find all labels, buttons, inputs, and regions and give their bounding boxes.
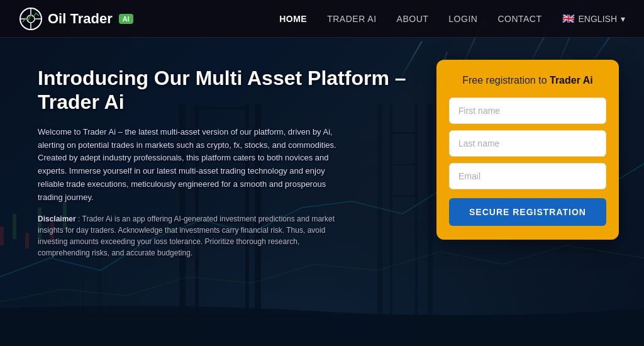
first-name-input[interactable]: [449, 98, 606, 124]
language-label: ENGLISH: [579, 14, 617, 24]
main-content: Introducing Our Multi Asset Platform – T…: [0, 38, 644, 346]
nav-home[interactable]: HOME: [279, 13, 307, 25]
nav-links: HOME TRADER AI ABOUT LOGIN CONTACT 🇬🇧 EN…: [279, 13, 625, 25]
nav-trader-ai[interactable]: TRADER AI: [327, 13, 376, 25]
last-name-input[interactable]: [449, 130, 606, 157]
registration-card: Free registration to Trader Ai SECURE RE…: [436, 60, 619, 240]
logo: Oil Trader AI: [19, 7, 133, 31]
nav-language[interactable]: 🇬🇧 ENGLISH ▾: [562, 13, 625, 25]
nav-about[interactable]: ABOUT: [397, 13, 429, 25]
main-description: Welcome to Trader Ai – the latest multi-…: [38, 126, 352, 204]
main-heading: Introducing Our Multi Asset Platform – T…: [38, 66, 411, 114]
nav-login[interactable]: LOGIN: [448, 13, 477, 25]
secure-registration-button[interactable]: SECURE REGISTRATION: [449, 198, 606, 226]
disclaimer-text: : Trader Ai is an app offering AI-genera…: [38, 215, 335, 257]
nav-contact[interactable]: CONTACT: [497, 13, 541, 25]
flag-icon: 🇬🇧: [562, 13, 575, 25]
logo-badge: AI: [119, 14, 133, 24]
logo-icon: [19, 7, 43, 31]
registration-title: Free registration to Trader Ai: [449, 75, 606, 86]
chevron-down-icon: ▾: [621, 14, 625, 24]
email-input[interactable]: [449, 163, 606, 189]
left-content: Introducing Our Multi Asset Platform – T…: [38, 60, 411, 259]
logo-text: Oil Trader: [48, 11, 113, 27]
disclaimer-label: Disclaimer: [38, 215, 76, 223]
disclaimer: Disclaimer : Trader Ai is an app offerin…: [38, 213, 346, 259]
reg-title-brand: Trader Ai: [550, 75, 593, 86]
registration-form: SECURE REGISTRATION: [449, 98, 606, 226]
reg-title-prefix: Free registration to: [462, 75, 547, 86]
navbar: Oil Trader AI HOME TRADER AI ABOUT LOGIN…: [0, 0, 644, 38]
